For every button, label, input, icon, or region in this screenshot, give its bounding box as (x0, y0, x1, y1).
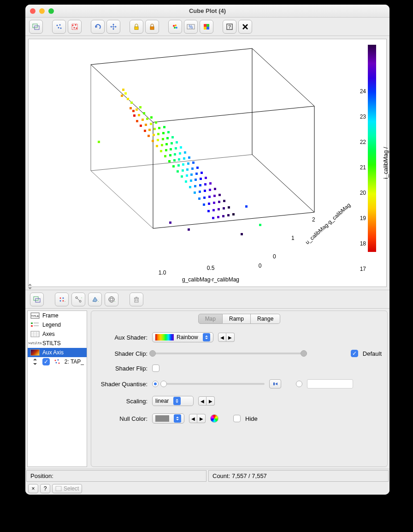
scatter-blue-icon[interactable] (52, 20, 66, 34)
quantise-value-input[interactable] (307, 379, 353, 389)
percent-icon[interactable]: % (184, 20, 198, 34)
move-icon[interactable] (106, 20, 120, 34)
stepper-prev-icon[interactable]: ◀ (218, 333, 226, 342)
aux-shader-select[interactable]: Rainbow (152, 332, 213, 342)
redo-icon[interactable] (91, 20, 105, 34)
svg-text:0: 0 (273, 253, 276, 260)
select-mode-button[interactable]: Select (52, 484, 82, 493)
tab-map[interactable]: Map (198, 314, 223, 324)
svg-text:1.0: 1.0 (159, 269, 166, 276)
quantise-manual-radio[interactable] (296, 381, 302, 387)
shader-quantise-label: Shader Quantise: (97, 381, 148, 388)
rainbow-swatch-icon (155, 334, 174, 341)
dropdown-arrow-icon (174, 414, 181, 423)
null-color-label: Null Color: (97, 415, 148, 422)
svg-text:1: 1 (291, 235, 295, 241)
status-position: Position: (26, 470, 206, 482)
quantise-continuous-radio[interactable] (152, 381, 159, 387)
shader-clip-slider[interactable] (152, 353, 304, 354)
scatter-red-icon[interactable] (68, 20, 82, 34)
svg-point-5 (60, 27, 62, 29)
sidebar-item-axes[interactable]: Axes (28, 329, 87, 339)
svg-text:+: + (65, 299, 65, 303)
svg-point-4 (58, 27, 59, 28)
layer-visibility-checkbox[interactable]: ✓ (42, 358, 50, 365)
svg-rect-13 (135, 27, 138, 30)
color-square-icon[interactable] (200, 20, 213, 34)
shader-quantise-slider[interactable] (163, 383, 265, 385)
reorder-icon[interactable] (30, 358, 40, 365)
svg-line-29 (91, 155, 252, 171)
sidebar-item-stilts[interactable]: >stilts STILTS (28, 339, 87, 348)
add-link-layer-icon[interactable]: + (71, 293, 85, 306)
export-icon[interactable] (29, 20, 43, 34)
add-shape-layer-icon[interactable]: + (88, 293, 102, 306)
cb-tick: 17 (360, 266, 366, 272)
stepper-next-icon[interactable]: ▶ (226, 333, 235, 342)
config-sidebar: TITLE Frame Legend Axes >stilts STILTS (27, 311, 87, 467)
sidebar-item-label: Aux Axis (42, 349, 64, 356)
sidebar-item-legend[interactable]: Legend (28, 320, 87, 329)
aux-shader-label: Aux Shader: (97, 334, 148, 341)
aux-axis-panel: Map Ramp Range Aux Shader: Rainbow ◀ ▶ (91, 311, 388, 467)
zoom-window-button[interactable] (48, 8, 54, 14)
lock-outline-icon[interactable] (130, 20, 143, 34)
svg-rect-24 (206, 27, 209, 30)
aux-shader-stepper[interactable]: ◀ ▶ (218, 333, 235, 342)
shader-flip-checkbox[interactable] (152, 365, 159, 372)
x-axis-label: g_calibMag-r_calibMag (182, 276, 239, 283)
lock-fill-icon[interactable] (145, 20, 159, 34)
sidebar-item-frame[interactable]: TITLE Frame (28, 311, 87, 320)
svg-point-6 (72, 24, 74, 26)
svg-point-81 (55, 362, 57, 364)
aux-colorbar (368, 45, 376, 252)
color-wheel-icon[interactable] (210, 414, 218, 423)
quantise-reset-button[interactable] (269, 379, 281, 389)
y-axis-label: u_calibMag-g_calibMag (304, 202, 352, 245)
svg-line-36 (252, 48, 314, 106)
help-icon[interactable]: ? (223, 20, 236, 34)
scaling-value: linear (155, 398, 169, 404)
close-icon[interactable] (238, 20, 252, 34)
tab-ramp[interactable]: Ramp (223, 314, 251, 324)
add-globe-layer-icon[interactable]: + (105, 293, 118, 306)
stepper-prev-icon[interactable]: ◀ (189, 414, 197, 423)
svg-point-79 (54, 360, 56, 361)
tab-range[interactable]: Range (251, 314, 280, 324)
cb-tick: 19 (360, 215, 366, 221)
scaling-stepper[interactable]: ◀ ▶ (198, 396, 215, 406)
svg-text:+: + (98, 299, 99, 303)
trash-icon[interactable] (130, 293, 143, 306)
scroll-handle-icon[interactable] (27, 284, 33, 291)
svg-point-82 (58, 363, 59, 364)
legend-icon (30, 321, 40, 329)
null-color-hide-checkbox[interactable] (233, 415, 241, 422)
add-pair-layer-icon[interactable]: + (55, 293, 69, 306)
minimize-window-button[interactable] (39, 8, 45, 14)
svg-line-56 (77, 298, 80, 301)
sidebar-item-aux-axis[interactable]: Aux Axis (28, 348, 87, 357)
close-panel-button[interactable]: × (28, 484, 38, 493)
null-color-stepper[interactable]: ◀ ▶ (189, 414, 206, 423)
null-color-select[interactable] (152, 413, 184, 424)
sidebar-item-label: Axes (42, 331, 55, 337)
scaling-select[interactable]: linear (152, 396, 194, 406)
svg-point-17 (174, 27, 176, 29)
plot-panel[interactable]: 0 0.5 1.0 g_calibMag-r_calibMag 0 1 2 u_… (28, 39, 387, 287)
controls-area: TITLE Frame Legend Axes >stilts STILTS (25, 308, 389, 469)
stepper-next-icon[interactable]: ▶ (197, 414, 206, 423)
density-icon[interactable] (168, 20, 182, 34)
close-window-button[interactable] (30, 8, 35, 14)
cb-tick: 21 (360, 164, 366, 171)
svg-point-51 (60, 300, 61, 301)
svg-line-34 (252, 155, 314, 212)
gray-swatch-icon (155, 415, 169, 422)
shader-clip-default-checkbox[interactable]: ✓ (351, 350, 358, 357)
export-layer-icon[interactable] (30, 293, 44, 306)
sidebar-item-layer-tap[interactable]: ✓ 2: TAP_ (28, 357, 87, 366)
null-color-hide-label: Hide (245, 415, 258, 422)
bottom-bar: × ? Select (25, 483, 389, 495)
stepper-prev-icon[interactable]: ◀ (198, 396, 206, 406)
help-panel-button[interactable]: ? (40, 484, 50, 493)
stepper-next-icon[interactable]: ▶ (206, 396, 215, 406)
